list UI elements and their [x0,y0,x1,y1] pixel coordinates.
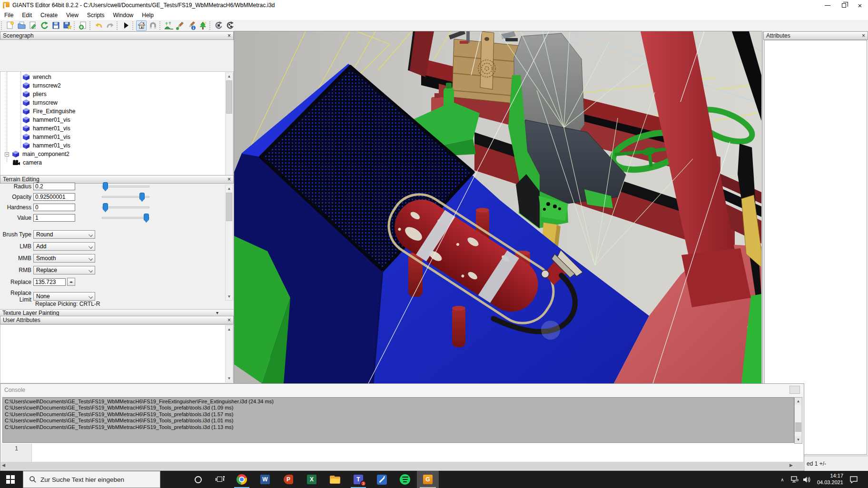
spotify-button[interactable] [395,471,415,488]
undo-icon[interactable] [93,20,104,31]
terrain-scrollbar[interactable]: ▲ ▼ [225,185,233,301]
opacity-input[interactable] [33,193,75,201]
tree-place-icon[interactable] [197,20,208,31]
tree-item-hammer01-vis[interactable]: hammer01_vis [0,141,210,150]
user-attributes-scrollbar[interactable]: ▲ ▼ [225,325,233,382]
menu-window[interactable]: Window [109,11,138,20]
menu-edit[interactable]: Edit [18,11,36,20]
notifications-icon[interactable] [845,471,862,488]
user-attributes-close-icon[interactable]: × [227,317,231,323]
import-icon[interactable] [78,20,88,31]
tree-item-hammer01-vis[interactable]: hammer01_vis [0,133,210,141]
redo-icon[interactable] [105,20,115,31]
file-explorer-button[interactable] [325,471,345,488]
menu-help[interactable]: Help [138,11,158,20]
play-icon[interactable] [120,20,131,31]
mmb-dropdown[interactable]: Smooth [33,254,95,263]
rmb-dropdown[interactable]: Replace [33,266,95,274]
section-collapse-icon[interactable]: ▾ [216,310,218,315]
value-slider[interactable] [102,217,149,219]
script-reload-2-icon[interactable] [225,20,235,31]
word-button[interactable]: W [255,471,276,488]
texture-layer-painting-section[interactable]: Texture Layer Painting ▾ [0,309,234,316]
volume-icon[interactable] [800,471,813,488]
hardness-input[interactable] [33,204,75,211]
save-as-icon[interactable] [62,20,72,31]
tree-item-hammer01-vis[interactable]: hammer01_vis [0,116,210,124]
taskbar-clock[interactable]: 14:17 04.03.2021 [817,472,843,486]
open-file-icon[interactable] [16,20,27,31]
start-button[interactable] [0,471,21,488]
opacity-slider[interactable] [102,196,149,198]
tray-chevron-icon[interactable]: ∧ [777,471,788,488]
scenegraph-close-icon[interactable]: × [227,33,231,39]
scroll-up-icon[interactable]: ▲ [226,185,233,192]
tree-item-main-component2[interactable]: main_component2 [0,150,210,158]
script-reload-1-icon[interactable] [213,20,224,31]
tree-item-wrench[interactable]: wrench [0,73,210,81]
menu-file[interactable]: File [0,11,18,20]
scroll-thumb[interactable] [226,80,232,114]
replace-input[interactable] [33,278,66,286]
scroll-up-icon[interactable]: ▲ [226,326,233,333]
teams-button[interactable]: T 3 [348,471,369,488]
new-file-icon[interactable] [5,20,15,31]
attributes-close-icon[interactable]: × [862,33,865,39]
tree-item-fire-extinguisher[interactable]: Fire_Extinguishe [0,107,210,116]
lmb-dropdown[interactable]: Add [33,242,95,251]
terrain-paint-icon[interactable] [175,20,185,31]
powerpoint-button[interactable]: P [278,471,299,488]
hardness-slider[interactable] [102,206,149,208]
scroll-down-icon[interactable]: ▼ [795,436,802,443]
console-menu-button[interactable] [789,386,800,394]
opacity-slider-handle[interactable] [139,193,145,202]
scroll-thumb[interactable] [226,193,232,221]
edit-script-icon[interactable] [28,20,38,31]
radius-input[interactable] [33,183,75,190]
console-output[interactable]: C:\Users\cwell\Documents\GE_Tests\FS19_W… [2,397,794,443]
save-icon[interactable] [50,20,61,31]
scroll-up-icon[interactable]: ▲ [226,73,233,80]
cortana-button[interactable] [187,471,208,488]
task-view-button[interactable] [209,471,230,488]
close-button[interactable]: × [852,0,868,10]
value-input[interactable] [33,214,75,222]
replace-limit-dropdown[interactable]: None [33,292,95,301]
scroll-right-icon[interactable]: ▶ [789,463,793,468]
home-icon[interactable] [136,20,147,31]
scroll-left-icon[interactable]: ◀ [2,463,5,468]
menu-create[interactable]: Create [36,11,62,20]
tree-item-turnscrew[interactable]: turnscrew [0,98,210,107]
reload-icon[interactable] [39,20,49,31]
tree-item-pliers[interactable]: pliers [0,90,210,98]
excel-button[interactable]: X [301,471,322,488]
foliage-paint-icon[interactable] [186,20,197,31]
magnet-icon[interactable] [148,20,158,31]
taskbar-search-box[interactable]: Zur Suche Text hier eingeben [23,471,160,488]
restore-button[interactable] [836,0,852,10]
scroll-down-icon[interactable]: ▼ [226,375,233,382]
network-icon[interactable] [788,471,800,488]
terrain-sculpt-icon[interactable] [163,20,174,31]
menu-scripts[interactable]: Scripts [83,11,109,20]
scroll-thumb[interactable] [795,422,801,432]
minimize-button[interactable]: — [819,0,836,10]
console-scrollbar[interactable]: ▲ ▼ [794,397,802,444]
scroll-up-icon[interactable]: ▲ [795,398,802,405]
wand-app-button[interactable] [371,471,392,488]
brush-type-dropdown[interactable]: Round [33,230,95,239]
replace-spinner[interactable]: ◂▸ [67,278,75,286]
tree-item-hammer01-vis[interactable]: hammer01_vis [0,124,210,133]
radius-slider-handle[interactable] [103,182,108,191]
viewport-3d[interactable] [234,31,761,383]
script-editor-area[interactable] [32,444,803,463]
giants-editor-button[interactable]: G [417,471,439,488]
tree-item-camera[interactable]: camera [0,158,210,167]
radius-slider[interactable] [102,185,149,187]
tree-item-turnscrew2[interactable]: turnscrew2 [0,81,210,90]
scroll-down-icon[interactable]: ▼ [226,293,233,300]
hardness-slider-handle[interactable] [103,203,108,212]
terrain-editing-close-icon[interactable]: × [227,176,231,182]
menu-view[interactable]: View [62,11,83,20]
value-slider-handle[interactable] [144,214,149,223]
